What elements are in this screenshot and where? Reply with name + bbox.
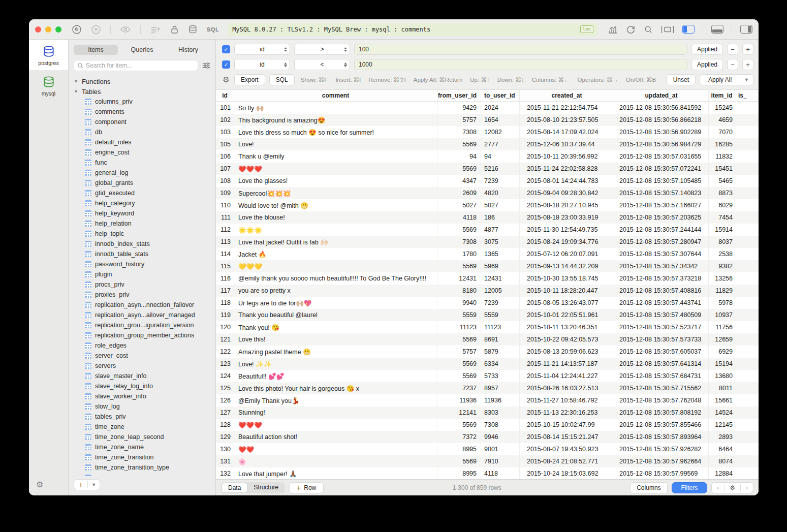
cell-item_id[interactable]: 2538 [709, 248, 735, 260]
cell-id[interactable]: 119 [216, 309, 234, 321]
cell-created_at[interactable]: 2015-08-05 13:26:43.077 [520, 297, 614, 309]
sidebar-table-help_keyword[interactable]: help_keyword [74, 208, 215, 218]
cell-from_user_id[interactable]: 12141 [437, 406, 481, 419]
sidebar-table-user[interactable]: user [74, 473, 215, 476]
cell-comment[interactable]: Love! ✨✨ [234, 358, 437, 370]
cell-to_user_id[interactable]: 3075 [481, 236, 520, 248]
cell-to_user_id[interactable]: 5879 [481, 346, 520, 358]
cell-is_[interactable] [735, 370, 759, 382]
cell-id[interactable]: 115 [216, 260, 234, 272]
cell-id[interactable]: 123 [216, 358, 234, 370]
connect-icon[interactable] [72, 24, 82, 35]
cell-is_[interactable] [735, 187, 759, 199]
table-row[interactable]: 110Would love to! @mith 😬502750272015-08… [216, 199, 759, 211]
cell-to_user_id[interactable]: 11123 [481, 321, 520, 333]
cell-comment[interactable]: 🌸 [234, 455, 437, 467]
sidebar-table-password_history[interactable]: password_history [74, 259, 215, 269]
cell-updated_at[interactable]: 2015-12-08 15:30:57.573733 [614, 333, 709, 346]
cell-created_at[interactable]: 2015-12-06 10:37:39.44 [520, 138, 614, 150]
search-icon[interactable] [644, 25, 653, 34]
group-tables[interactable]: ▼ Tables [74, 86, 215, 97]
cell-created_at[interactable]: 2015-11-13 22:30:16.253 [520, 406, 614, 419]
sidebar-table-time_zone_name[interactable]: time_zone_name [74, 442, 215, 452]
cell-updated_at[interactable]: 2015-12-08 15:30:57.962664 [614, 455, 709, 467]
settings-gear-icon[interactable]: ⚙ [29, 475, 68, 495]
sidebar-table-tables_priv[interactable]: tables_priv [74, 412, 215, 422]
cell-from_user_id[interactable]: 4118 [437, 211, 481, 224]
sidebar-table-innodb_table_stats[interactable]: innodb_table_stats [74, 249, 215, 259]
preview-eye-icon[interactable] [120, 25, 131, 34]
table-row[interactable]: 125Love this photo! Your hair is gorgeou… [216, 382, 759, 394]
cell-is_[interactable] [735, 114, 759, 126]
cell-id[interactable]: 130 [216, 443, 234, 455]
cell-updated_at[interactable]: 2015-12-08 15:30:57.893964 [614, 431, 709, 443]
cell-item_id[interactable]: 15914 [709, 224, 735, 236]
cell-is_[interactable] [735, 236, 759, 248]
cell-created_at[interactable]: 2015-08-07 19:43:50.923 [520, 443, 614, 455]
cell-is_[interactable] [735, 272, 759, 285]
sidebar-table-time_zone_leap_second[interactable]: time_zone_leap_second [74, 432, 215, 442]
cell-item_id[interactable]: 7070 [709, 126, 735, 138]
cell-to_user_id[interactable]: 5969 [481, 260, 520, 272]
cell-is_[interactable] [735, 285, 759, 297]
cell-item_id[interactable]: 10937 [709, 309, 735, 321]
cell-id[interactable]: 108 [216, 175, 234, 187]
filter-column-select[interactable]: id [234, 59, 290, 70]
cell-is_[interactable] [735, 102, 759, 114]
cell-is_[interactable] [735, 431, 759, 443]
cell-item_id[interactable]: 11829 [709, 285, 735, 297]
filter-settings-icon[interactable] [202, 62, 210, 69]
sidebar-table-engine_cost[interactable]: engine_cost [74, 147, 215, 158]
tab-items[interactable]: Items [74, 45, 118, 55]
cell-id[interactable]: 105 [216, 138, 234, 150]
cell-from_user_id[interactable]: 5569 [437, 333, 481, 346]
cell-created_at[interactable]: 2015-08-24 19:09:34.776 [520, 236, 614, 248]
cell-id[interactable]: 113 [216, 236, 234, 248]
cell-from_user_id[interactable]: 7372 [437, 431, 481, 443]
table-row[interactable]: 127Stunning!1214183032015-11-13 22:30:16… [216, 406, 759, 419]
cell-from_user_id[interactable]: 5027 [437, 199, 481, 211]
cell-item_id[interactable]: 2893 [709, 431, 735, 443]
cell-item_id[interactable]: 14524 [709, 406, 735, 419]
cell-item_id[interactable]: 6929 [709, 346, 735, 358]
sidebar-table-help_relation[interactable]: help_relation [74, 218, 215, 229]
filter-applied-button[interactable]: Applied [691, 59, 723, 70]
cell-comment[interactable]: ❤️❤️ [234, 443, 437, 455]
cell-updated_at[interactable]: 2015-12-08 15:30:57.031655 [614, 150, 709, 163]
table-row[interactable]: 119Thank you beautiful @laurel5559555920… [216, 309, 759, 321]
center-view-icon[interactable] [661, 25, 674, 34]
table-row[interactable]: 128❤️❤️❤️556973082015-10-15 10:02:47.992… [216, 419, 759, 431]
cell-to_user_id[interactable]: 1654 [481, 114, 520, 126]
cell-is_[interactable] [735, 297, 759, 309]
cell-item_id[interactable]: 8011 [709, 382, 735, 394]
cell-from_user_id[interactable]: 8180 [437, 285, 481, 297]
connection-postgres[interactable]: postgres [29, 40, 68, 70]
cell-comment[interactable]: you are so pretty x [234, 285, 437, 297]
cell-updated_at[interactable]: 2015-12-08 15:30:57.99569 [614, 467, 709, 479]
sidebar-table-general_log[interactable]: general_log [74, 168, 215, 178]
cell-created_at[interactable]: 2015-08-14 17:09:42.024 [520, 126, 614, 138]
cell-is_[interactable] [735, 309, 759, 321]
cell-comment[interactable]: This background is amazing😍 [234, 114, 437, 126]
sidebar-table-innodb_index_stats[interactable]: innodb_index_stats [74, 239, 215, 249]
sidebar-table-component[interactable]: component [74, 117, 215, 127]
sidebar-table-server_cost[interactable]: server_cost [74, 351, 215, 361]
cell-comment[interactable]: Stunning! [234, 406, 437, 419]
sidebar-table-time_zone_transition_type[interactable]: time_zone_transition_type [74, 462, 215, 473]
remove-filter-button[interactable]: − [727, 44, 738, 55]
commit-log-icon[interactable] [150, 25, 161, 34]
table-row[interactable]: 123Love! ✨✨556963342015-11-21 14:13:57.1… [216, 358, 759, 370]
cell-is_[interactable] [735, 443, 759, 455]
sidebar-table-replication_group_member_actions[interactable]: replication_group_member_actions [74, 330, 215, 340]
cell-comment[interactable]: 💛💛💛 [234, 260, 437, 272]
sidebar-table-procs_priv[interactable]: procs_priv [74, 279, 215, 290]
cell-item_id[interactable]: 13256 [709, 272, 735, 285]
cell-updated_at[interactable]: 2015-12-08 15:30:57.715562 [614, 382, 709, 394]
cell-from_user_id[interactable]: 5569 [437, 163, 481, 175]
cell-to_user_id[interactable]: 12082 [481, 126, 520, 138]
table-row[interactable]: 122Amazing pastel theme 😬575758792015-08… [216, 346, 759, 358]
cell-created_at[interactable]: 2015-11-24 22:02:58.828 [520, 163, 614, 175]
group-functions[interactable]: ▼ Functions [74, 76, 215, 86]
column-header-item_id[interactable]: item_id [709, 90, 735, 101]
cell-id[interactable]: 122 [216, 346, 234, 358]
